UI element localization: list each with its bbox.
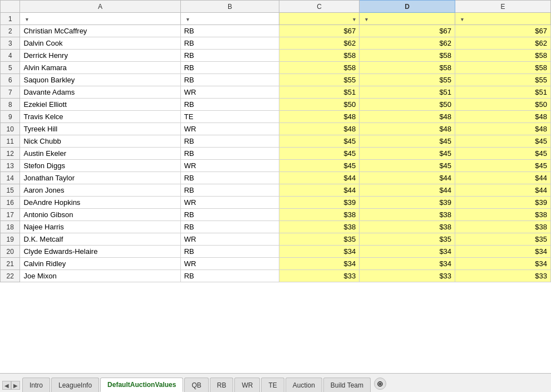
player-cell[interactable]: Dalvin Cook <box>20 37 180 50</box>
tab-intro[interactable]: Intro <box>22 378 50 392</box>
position-cell[interactable]: WR <box>180 123 279 135</box>
position-cell[interactable]: RB <box>180 148 279 160</box>
aav-cell[interactable]: $33 <box>279 270 360 282</box>
player-cell[interactable]: Ezekiel Elliott <box>20 99 180 111</box>
aav-cell[interactable]: $62 <box>279 37 360 50</box>
actual-value-cell[interactable]: $34 <box>455 246 551 258</box>
player-cell[interactable]: Davante Adams <box>20 86 180 99</box>
listed-site-val-cell[interactable]: $45 <box>360 135 455 148</box>
tab-rb[interactable]: RB <box>210 378 234 392</box>
position-cell[interactable]: WR <box>180 160 279 172</box>
tab-build-team[interactable]: Build Team <box>323 378 371 392</box>
tab-defaultauctionvalues[interactable]: DefaultAuctionValues <box>100 378 183 392</box>
player-cell[interactable]: Christian McCaffrey <box>20 25 180 37</box>
tab-qb[interactable]: QB <box>184 378 208 392</box>
position-cell[interactable]: RB <box>180 74 279 86</box>
actual-filter-icon[interactable]: ▾ <box>461 17 464 22</box>
player-cell[interactable]: Clyde Edwards-Helaire <box>20 246 180 258</box>
listed-site-val-cell[interactable]: $45 <box>360 160 455 172</box>
position-cell[interactable]: WR <box>180 233 279 246</box>
listed-site-val-cell[interactable]: $39 <box>360 197 455 209</box>
position-cell[interactable]: RB <box>180 246 279 258</box>
player-cell[interactable]: Jonathan Taylor <box>20 172 180 184</box>
position-cell[interactable]: WR <box>180 197 279 209</box>
actual-value-cell[interactable]: $33 <box>455 270 551 282</box>
aav-cell[interactable]: $44 <box>279 184 360 197</box>
listed-site-val-cell[interactable]: $62 <box>360 37 455 50</box>
actual-value-cell[interactable]: $45 <box>455 135 551 148</box>
aav-filter-icon[interactable]: ▾ <box>353 17 356 22</box>
listed-site-val-cell[interactable]: $38 <box>360 221 455 233</box>
listed-site-val-cell[interactable]: $35 <box>360 233 455 246</box>
scroll-area[interactable]: A B C D E 1 ▾ ▾ <box>0 0 551 373</box>
listed-site-val-cell[interactable]: $58 <box>360 62 455 74</box>
actual-value-cell[interactable]: $44 <box>455 172 551 184</box>
listed-site-val-cell[interactable]: $34 <box>360 258 455 270</box>
position-header[interactable]: ▾ <box>180 13 279 25</box>
actual-value-header[interactable]: ▾ <box>455 13 551 25</box>
listed-site-val-cell[interactable]: $58 <box>360 50 455 62</box>
actual-value-cell[interactable]: $50 <box>455 99 551 111</box>
aav-cell[interactable]: $34 <box>279 246 360 258</box>
aav-cell[interactable]: $48 <box>279 111 360 123</box>
aav-cell[interactable]: $45 <box>279 148 360 160</box>
position-cell[interactable]: RB <box>180 184 279 197</box>
aav-cell[interactable]: $45 <box>279 160 360 172</box>
aav-cell[interactable]: $38 <box>279 221 360 233</box>
col-b-header[interactable]: B <box>180 1 279 13</box>
listed-site-val-cell[interactable]: $45 <box>360 148 455 160</box>
listed-site-val-cell[interactable]: $38 <box>360 209 455 221</box>
position-cell[interactable]: RB <box>180 50 279 62</box>
listed-site-val-cell[interactable]: $44 <box>360 184 455 197</box>
player-cell[interactable]: Joe Mixon <box>20 270 180 282</box>
actual-value-cell[interactable]: $38 <box>455 209 551 221</box>
player-cell[interactable]: Aaron Jones <box>20 184 180 197</box>
listed-filter-icon[interactable]: ▾ <box>365 17 368 22</box>
col-e-header[interactable]: E <box>455 1 551 13</box>
aav-cell[interactable]: $67 <box>279 25 360 37</box>
actual-value-cell[interactable]: $62 <box>455 37 551 50</box>
position-cell[interactable]: RB <box>180 270 279 282</box>
listed-site-val-header[interactable]: ▾ <box>360 13 455 25</box>
actual-value-cell[interactable]: $55 <box>455 74 551 86</box>
listed-site-val-cell[interactable]: $67 <box>360 25 455 37</box>
position-cell[interactable]: RB <box>180 209 279 221</box>
actual-value-cell[interactable]: $45 <box>455 148 551 160</box>
actual-value-cell[interactable]: $48 <box>455 111 551 123</box>
tab-leagueinfo[interactable]: LeagueInfo <box>51 378 99 392</box>
player-cell[interactable]: Saquon Barkley <box>20 74 180 86</box>
actual-value-cell[interactable]: $35 <box>455 233 551 246</box>
position-cell[interactable]: RB <box>180 62 279 74</box>
tab-wr[interactable]: WR <box>234 378 260 392</box>
player-filter-icon[interactable]: ▾ <box>26 17 28 22</box>
aav-header[interactable]: ▾ <box>279 13 360 25</box>
position-filter-icon[interactable]: ▾ <box>186 17 189 22</box>
aav-cell[interactable]: $51 <box>279 86 360 99</box>
aav-cell[interactable]: $48 <box>279 123 360 135</box>
player-header[interactable]: ▾ <box>20 13 180 25</box>
player-cell[interactable]: Travis Kelce <box>20 111 180 123</box>
position-cell[interactable]: RB <box>180 221 279 233</box>
position-cell[interactable]: RB <box>180 37 279 50</box>
actual-value-cell[interactable]: $39 <box>455 197 551 209</box>
actual-value-cell[interactable]: $44 <box>455 184 551 197</box>
position-cell[interactable]: RB <box>180 99 279 111</box>
aav-cell[interactable]: $45 <box>279 135 360 148</box>
position-cell[interactable]: RB <box>180 135 279 148</box>
listed-site-val-cell[interactable]: $33 <box>360 270 455 282</box>
tab-scroll-left[interactable]: ◀ <box>2 381 11 390</box>
tab-te[interactable]: TE <box>261 378 284 392</box>
aav-cell[interactable]: $34 <box>279 258 360 270</box>
listed-site-val-cell[interactable]: $34 <box>360 246 455 258</box>
player-cell[interactable]: Tyreek Hill <box>20 123 180 135</box>
listed-site-val-cell[interactable]: $48 <box>360 111 455 123</box>
actual-value-cell[interactable]: $67 <box>455 25 551 37</box>
tab-scroll-right[interactable]: ▶ <box>11 381 20 390</box>
actual-value-cell[interactable]: $34 <box>455 258 551 270</box>
player-cell[interactable]: DeAndre Hopkins <box>20 197 180 209</box>
actual-value-cell[interactable]: $48 <box>455 123 551 135</box>
player-cell[interactable]: Calvin Ridley <box>20 258 180 270</box>
aav-cell[interactable]: $58 <box>279 62 360 74</box>
player-cell[interactable]: Alvin Kamara <box>20 62 180 74</box>
actual-value-cell[interactable]: $38 <box>455 221 551 233</box>
